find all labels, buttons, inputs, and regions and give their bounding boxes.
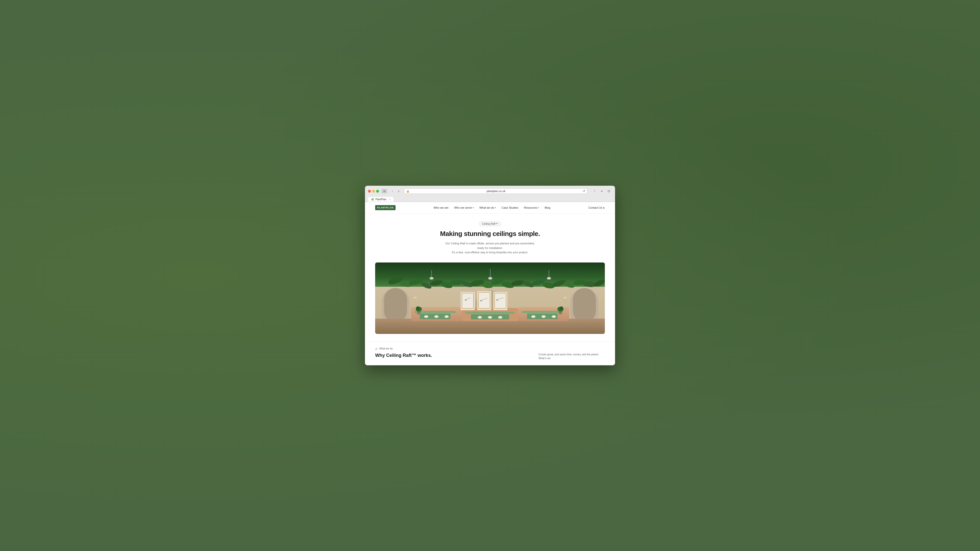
- svg-point-48: [531, 315, 535, 318]
- active-tab[interactable]: 🌿 PlantPlan ×: [368, 197, 393, 202]
- browser-titlebar: ⊞ ‹ › 🔒 plantplan.co.uk ↺ ↑ +: [368, 188, 612, 194]
- svg-rect-55: [462, 293, 473, 308]
- chevron-down-icon: ▾: [473, 206, 474, 209]
- svg-rect-30: [384, 288, 407, 322]
- svg-rect-43: [466, 312, 514, 314]
- arrow-down-left-icon: ↙: [375, 347, 378, 351]
- nav-who-we-are[interactable]: Who we are: [434, 206, 449, 209]
- svg-point-75: [563, 297, 566, 299]
- back-arrow[interactable]: ‹: [390, 188, 395, 194]
- svg-rect-27: [549, 270, 549, 278]
- minimize-button[interactable]: [372, 190, 375, 192]
- site-logo[interactable]: PLANTPLAN: [375, 205, 396, 210]
- website: PLANTPLAN Who we are Who we serve ▾ What…: [365, 202, 615, 365]
- svg-rect-25: [490, 269, 490, 278]
- browser-chrome: ⊞ ‹ › 🔒 plantplan.co.uk ↺ ↑ +: [365, 186, 615, 202]
- lock-icon: 🔒: [406, 190, 409, 192]
- reload-button[interactable]: ↺: [583, 189, 585, 193]
- nav-what-we-do[interactable]: What we do ▾: [479, 206, 496, 209]
- arrow-right-icon: ▸: [603, 206, 605, 210]
- hero-section: Ceiling Raft™ Making stunning ceilings s…: [365, 213, 615, 260]
- nav-who-we-serve[interactable]: Who we serve ▾: [454, 206, 474, 209]
- bottom-content: Why Ceiling Raft™ works. It looks great,…: [375, 353, 605, 360]
- traffic-lights: [368, 190, 379, 192]
- svg-point-46: [434, 315, 438, 318]
- svg-point-45: [424, 315, 428, 318]
- svg-point-52: [488, 316, 492, 319]
- site-navigation: PLANTPLAN Who we are Who we serve ▾ What…: [365, 202, 615, 213]
- section-label: ↙ What we do: [375, 347, 605, 351]
- bottom-description: It looks great, and saves time, money, a…: [538, 353, 605, 360]
- chevron-down-icon: ▾: [538, 206, 539, 209]
- svg-point-47: [445, 315, 449, 318]
- svg-point-68: [416, 306, 420, 310]
- nav-links: Who we are Who we serve ▾ What we do ▾ C…: [403, 206, 581, 209]
- fullscreen-button[interactable]: [376, 190, 379, 192]
- extensions-button[interactable]: ⊡: [606, 188, 612, 194]
- bottom-title: Why Ceiling Raft™ works.: [375, 353, 432, 359]
- nav-case-studies[interactable]: Case Studies: [501, 206, 518, 209]
- svg-rect-39: [415, 311, 455, 313]
- svg-point-61: [480, 300, 482, 302]
- svg-point-57: [465, 299, 467, 301]
- share-button[interactable]: ↑: [592, 188, 598, 194]
- sidebar-toggle[interactable]: ⊞: [382, 189, 387, 193]
- svg-point-73: [414, 297, 417, 299]
- url-text: plantplan.co.uk: [411, 189, 581, 192]
- svg-point-24: [430, 277, 434, 279]
- svg-point-50: [552, 315, 556, 318]
- svg-point-28: [547, 277, 551, 279]
- svg-rect-32: [573, 288, 596, 322]
- svg-point-71: [560, 306, 563, 310]
- svg-rect-74: [565, 298, 565, 302]
- browser-actions: ↑ + ⊡: [592, 188, 612, 194]
- hero-subtitle: Our Ceiling Raft is made offsite, arrive…: [442, 241, 538, 255]
- nav-blog[interactable]: Blog: [545, 206, 550, 209]
- svg-point-49: [542, 315, 546, 318]
- svg-point-53: [498, 316, 502, 319]
- hero-image-container: [365, 260, 615, 341]
- svg-rect-23: [431, 270, 432, 278]
- nav-arrows: ‹ ›: [390, 188, 401, 194]
- address-bar[interactable]: 🔒 plantplan.co.uk ↺: [404, 188, 587, 194]
- hero-badge: Ceiling Raft™: [479, 221, 501, 226]
- close-button[interactable]: [368, 190, 371, 192]
- svg-point-51: [478, 316, 482, 319]
- svg-point-65: [496, 299, 498, 301]
- svg-rect-72: [415, 298, 415, 302]
- new-tab-button[interactable]: +: [599, 188, 605, 194]
- contact-us-button[interactable]: Contact Us ▸: [589, 206, 605, 210]
- nav-resources[interactable]: Resources ▾: [524, 206, 539, 209]
- chevron-down-icon: ▾: [495, 206, 496, 209]
- svg-point-26: [488, 277, 492, 279]
- svg-rect-41: [522, 311, 563, 313]
- forward-arrow[interactable]: ›: [396, 188, 401, 194]
- browser-tabs: 🌿 PlantPlan ×: [368, 196, 612, 202]
- browser-window: ⊞ ‹ › 🔒 plantplan.co.uk ↺ ↑ +: [365, 186, 615, 365]
- hero-title: Making stunning ceilings simple.: [375, 230, 605, 238]
- restaurant-scene-svg: [375, 262, 605, 334]
- bottom-section: ↙ What we do Why Ceiling Raft™ works. It…: [365, 341, 615, 365]
- hero-image: [375, 262, 605, 334]
- svg-rect-63: [495, 293, 506, 308]
